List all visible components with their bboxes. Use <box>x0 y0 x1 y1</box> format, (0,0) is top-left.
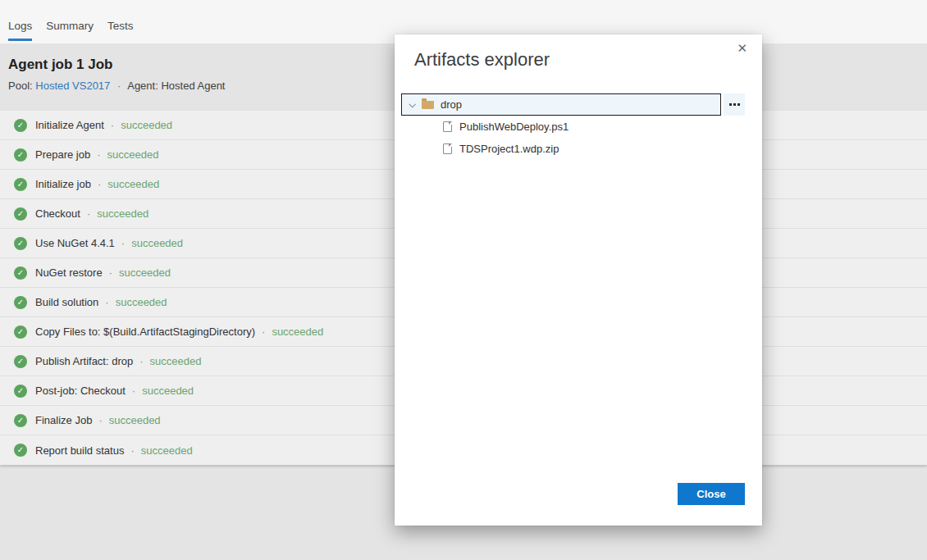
step-status: succeeded <box>121 119 172 131</box>
artifacts-tree: drop PublishWebDeploy.ps1 TDSProject1.wd… <box>395 93 762 160</box>
dialog-title: Artifacts explorer <box>414 48 742 72</box>
folder-icon <box>422 101 434 109</box>
step-name: Prepare job <box>35 148 90 161</box>
step-name: Initialize Agent <box>35 119 104 131</box>
file-icon <box>443 143 452 154</box>
step-name: Publish Artifact: drop <box>35 355 133 367</box>
step-separator: · <box>98 178 101 190</box>
step-status: succeeded <box>116 296 167 308</box>
agent-label: Agent: Hosted Agent <box>127 80 225 92</box>
step-name: Finalize Job <box>35 414 92 426</box>
step-separator: · <box>262 326 265 338</box>
success-check-icon: ✓ <box>14 296 27 309</box>
step-name: Post-job: Checkout <box>35 385 126 397</box>
step-status: succeeded <box>97 207 148 220</box>
pool-label: Pool: <box>8 80 33 92</box>
pool-link[interactable]: Hosted VS2017 <box>35 80 110 92</box>
step-name: Copy Files to: $(Build.ArtifactStagingDi… <box>35 326 255 338</box>
step-status: succeeded <box>272 326 323 338</box>
step-name: Use NuGet 4.4.1 <box>35 237 115 249</box>
step-name: Build solution <box>35 296 98 308</box>
step-status: succeeded <box>107 178 159 190</box>
success-check-icon: ✓ <box>14 355 27 368</box>
step-status: succeeded <box>107 148 159 161</box>
step-status: succeeded <box>150 355 202 367</box>
file-name-label: TDSProject1.wdp.zip <box>459 143 559 155</box>
tree-node-drop[interactable]: drop <box>401 93 721 116</box>
step-separator: · <box>139 355 143 367</box>
step-separator: · <box>130 444 134 457</box>
meta-separator: · <box>117 80 121 92</box>
success-check-icon: ✓ <box>14 385 27 398</box>
success-check-icon: ✓ <box>14 326 27 339</box>
success-check-icon: ✓ <box>14 237 27 250</box>
step-separator: · <box>111 119 114 131</box>
file-icon <box>443 121 452 132</box>
step-separator: · <box>98 414 102 426</box>
success-check-icon: ✓ <box>14 148 27 162</box>
success-check-icon: ✓ <box>14 178 27 191</box>
artifacts-explorer-dialog: ✕ Artifacts explorer drop PublishWebDepl… <box>395 34 762 526</box>
tab-summary[interactable]: Summary <box>46 20 94 43</box>
ellipsis-icon <box>729 103 732 106</box>
step-status: succeeded <box>109 414 161 426</box>
step-name: Report build status <box>35 444 124 457</box>
close-button[interactable]: Close <box>678 483 745 505</box>
success-check-icon: ✓ <box>14 444 27 457</box>
file-name-label: PublishWebDeploy.ps1 <box>459 121 569 133</box>
step-status: succeeded <box>119 266 171 279</box>
tree-file-tdsproject[interactable]: TDSProject1.wdp.zip <box>443 138 762 160</box>
tree-file-publishwebdeploy[interactable]: PublishWebDeploy.ps1 <box>443 116 762 138</box>
step-separator: · <box>121 237 125 249</box>
success-check-icon: ✓ <box>14 119 27 132</box>
tab-tests[interactable]: Tests <box>107 20 134 43</box>
step-name: Checkout <box>35 207 80 220</box>
step-name: Initialize job <box>35 178 91 190</box>
step-separator: · <box>87 207 90 220</box>
step-separator: · <box>105 296 108 308</box>
step-name: NuGet restore <box>35 266 103 279</box>
step-status: succeeded <box>141 444 193 457</box>
step-status: succeeded <box>131 237 183 249</box>
close-icon[interactable]: ✕ <box>733 39 751 57</box>
success-check-icon: ✓ <box>14 207 27 221</box>
step-status: succeeded <box>142 385 194 397</box>
tab-logs[interactable]: Logs <box>8 20 32 43</box>
tree-node-label: drop <box>441 98 462 111</box>
success-check-icon: ✓ <box>14 414 27 427</box>
step-separator: · <box>109 266 112 279</box>
step-separator: · <box>97 148 100 161</box>
step-separator: · <box>132 385 135 397</box>
success-check-icon: ✓ <box>14 266 27 280</box>
chevron-down-icon <box>409 101 415 107</box>
more-actions-button[interactable] <box>724 93 745 116</box>
